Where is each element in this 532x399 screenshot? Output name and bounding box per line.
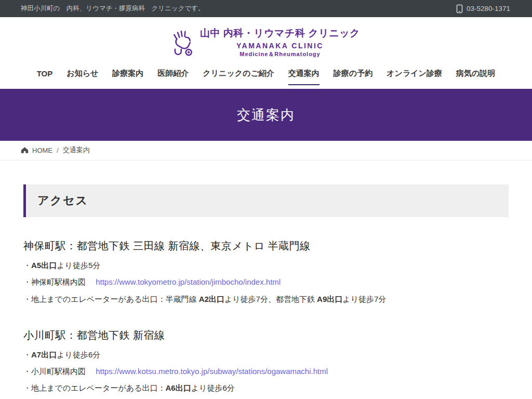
- hand-stethoscope-icon: [172, 29, 195, 57]
- main-nav: TOPお知らせ診療案内医師紹介クリニックのご紹介交通案内診療の予約オンライン診療…: [0, 58, 532, 89]
- page-title-banner: 交通案内: [0, 89, 532, 141]
- page-title: 交通案内: [237, 106, 295, 124]
- site-header: 山中 内科・リウマチ科 クリニック YAMANAKA CLINIC Medici…: [0, 17, 532, 89]
- bullet-text: ・: [23, 261, 31, 270]
- station-heading: 小川町駅：都営地下鉄 新宿線: [23, 328, 509, 342]
- clinic-name-en: YAMANAKA CLINIC: [200, 42, 360, 50]
- bullet-text: ・地上までのエレベーターがある出口：半蔵門線: [23, 295, 199, 303]
- bullet-text: より徒歩7分: [342, 295, 386, 303]
- bullet-text: より徒歩6分: [191, 383, 235, 392]
- station-sections: 神保町駅：都営地下鉄 三田線 新宿線、東京メトロ 半蔵門線・A5出口より徒歩5分…: [23, 239, 509, 394]
- nav-item-病気の説明[interactable]: 病気の説明: [456, 69, 495, 78]
- station-heading: 神保町駅：都営地下鉄 三田線 新宿線、東京メトロ 半蔵門線: [23, 239, 509, 253]
- nav-item-交通案内[interactable]: 交通案内: [288, 69, 320, 78]
- bullet-text: A6出口: [166, 383, 191, 392]
- nav-item-医師紹介[interactable]: 医師紹介: [157, 69, 189, 78]
- breadcrumb-current: 交通案内: [63, 145, 90, 155]
- mobile-phone-icon: [456, 4, 463, 14]
- bullet-item: ・神保町駅構内図 https://www.tokyometro.jp/stati…: [23, 277, 509, 287]
- bullet-text: より徒歩7分、都営地下鉄: [224, 295, 317, 303]
- section-title-access: アクセス: [23, 184, 509, 217]
- logo-text: 山中 内科・リウマチ科 クリニック YAMANAKA CLINIC Medici…: [200, 26, 360, 58]
- bullet-item: ・A7出口より徒歩6分: [23, 350, 509, 360]
- nav-item-TOP[interactable]: TOP: [37, 69, 53, 78]
- bullet-text: A5出口: [31, 261, 57, 270]
- nav-item-オンライン診療[interactable]: オンライン診療: [387, 69, 442, 78]
- station-section: 小川町駅：都営地下鉄 新宿線・A7出口より徒歩6分・小川町駅構内図 https:…: [23, 328, 509, 394]
- nav-item-クリニックのご紹介[interactable]: クリニックのご紹介: [203, 69, 274, 78]
- station-map-link[interactable]: https://www.kotsu.metro.tokyo.jp/subway/…: [96, 367, 328, 376]
- bullet-text: ・小川町駅構内図: [23, 367, 96, 376]
- station-map-link[interactable]: https://www.tokyometro.jp/station/jimboc…: [96, 277, 281, 286]
- bullet-text: A9出口: [317, 295, 342, 303]
- breadcrumb-separator: /: [56, 147, 59, 154]
- nav-item-診療の予約[interactable]: 診療の予約: [334, 69, 373, 78]
- bullet-text: ・: [23, 350, 31, 359]
- bullet-text: A2出口: [199, 295, 224, 303]
- breadcrumb-home-link[interactable]: HOME: [32, 147, 52, 154]
- clinic-name: 山中 内科・リウマチ科 クリニック: [200, 26, 360, 40]
- bullet-text: より徒歩5分: [57, 261, 100, 270]
- clinic-tagline: 神田小川町の 内科、リウマチ・膠原病科 クリニックです。: [21, 4, 205, 13]
- bullet-item: ・小川町駅構内図 https://www.kotsu.metro.tokyo.j…: [23, 366, 509, 377]
- nav-item-診療案内[interactable]: 診療案内: [112, 69, 143, 78]
- bullet-text: より徒歩6分: [57, 350, 100, 359]
- bullet-item: ・地上までのエレベーターがある出口：半蔵門線 A2出口より徒歩7分、都営地下鉄 …: [23, 294, 509, 304]
- station-section: 神保町駅：都営地下鉄 三田線 新宿線、東京メトロ 半蔵門線・A5出口より徒歩5分…: [23, 239, 509, 304]
- top-utility-bar: 神田小川町の 内科、リウマチ・膠原病科 クリニックです。 03-5280-137…: [0, 0, 532, 17]
- bullet-text: A7出口: [31, 350, 57, 359]
- clinic-logo[interactable]: 山中 内科・リウマチ科 クリニック YAMANAKA CLINIC Medici…: [0, 17, 532, 58]
- nav-item-お知らせ[interactable]: お知らせ: [66, 69, 98, 78]
- phone-number: 03-5280-1371: [456, 4, 510, 14]
- breadcrumb: HOME / 交通案内: [0, 141, 532, 161]
- bullet-text: ・神保町駅構内図: [23, 277, 96, 286]
- bullet-text: ・地上までのエレベーターがある出口：: [23, 383, 166, 392]
- bullet-item: ・地上までのエレベーターがある出口：A6出口より徒歩6分: [23, 383, 509, 393]
- clinic-specialty-en: Medicine＆Rheumatology: [200, 50, 360, 58]
- main-content: アクセス 神保町駅：都営地下鉄 三田線 新宿線、東京メトロ 半蔵門線・A5出口よ…: [23, 184, 509, 394]
- bullet-item: ・A5出口より徒歩5分: [23, 260, 509, 271]
- home-icon: [21, 147, 29, 154]
- phone-number-text: 03-5280-1371: [467, 5, 510, 12]
